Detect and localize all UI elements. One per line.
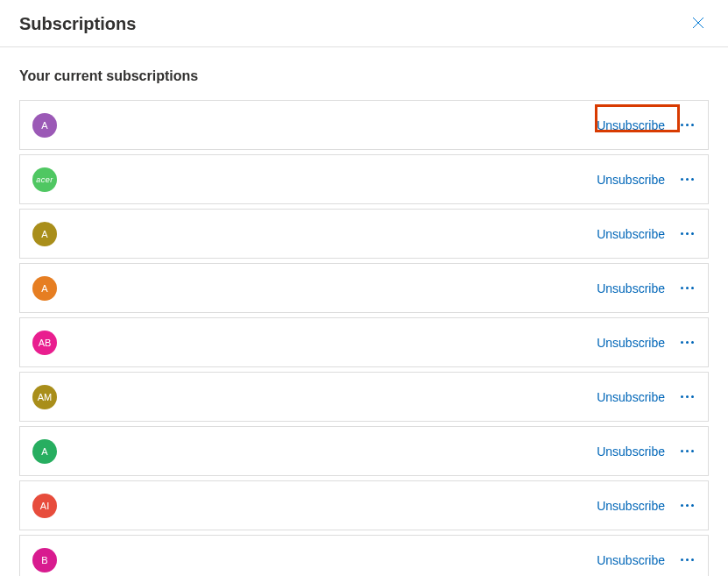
subscription-row: BUnsubscribe xyxy=(19,535,709,576)
more-options-icon[interactable] xyxy=(677,501,697,510)
more-options-icon[interactable] xyxy=(677,120,697,130)
subscription-row: AMUnsubscribe xyxy=(19,372,709,422)
avatar: A xyxy=(32,113,57,138)
panel-title: Subscriptions xyxy=(19,14,136,34)
more-options-icon[interactable] xyxy=(677,392,697,402)
subscription-row: ABUnsubscribe xyxy=(19,317,709,367)
panel-header: Subscriptions xyxy=(0,0,728,47)
avatar: AM xyxy=(32,385,57,409)
unsubscribe-link[interactable]: Unsubscribe xyxy=(597,444,665,459)
unsubscribe-link[interactable]: Unsubscribe xyxy=(597,173,665,187)
avatar: AB xyxy=(32,331,57,355)
subscription-row: AUnsubscribe xyxy=(19,209,709,259)
subscription-row: AIUnsubscribe xyxy=(19,480,709,530)
avatar: acer xyxy=(32,167,57,192)
section-title: Your current subscriptions xyxy=(19,68,709,84)
more-options-icon[interactable] xyxy=(677,338,697,347)
subscription-list: AUnsubscribeacerUnsubscribeAUnsubscribeA… xyxy=(19,100,709,576)
avatar: A xyxy=(32,276,57,301)
unsubscribe-link[interactable]: Unsubscribe xyxy=(597,227,665,241)
more-options-icon[interactable] xyxy=(677,555,697,565)
unsubscribe-link[interactable]: Unsubscribe xyxy=(597,553,665,567)
more-options-icon[interactable] xyxy=(677,283,697,293)
avatar: AI xyxy=(32,494,57,518)
subscription-row: AUnsubscribe xyxy=(19,263,709,313)
subscription-row: acerUnsubscribe xyxy=(19,154,709,204)
unsubscribe-link[interactable]: Unsubscribe xyxy=(597,118,665,132)
close-icon[interactable] xyxy=(688,12,709,36)
subscription-row: AUnsubscribe xyxy=(19,426,709,476)
subscription-row: AUnsubscribe xyxy=(19,100,709,150)
panel-content: Your current subscriptions AUnsubscribea… xyxy=(0,47,728,576)
more-options-icon[interactable] xyxy=(677,229,697,238)
avatar: B xyxy=(32,548,57,572)
avatar: A xyxy=(32,439,57,464)
unsubscribe-link[interactable]: Unsubscribe xyxy=(597,499,665,513)
unsubscribe-link[interactable]: Unsubscribe xyxy=(597,281,665,295)
avatar: A xyxy=(32,222,57,246)
more-options-icon[interactable] xyxy=(677,446,697,456)
unsubscribe-link[interactable]: Unsubscribe xyxy=(597,336,665,350)
more-options-icon[interactable] xyxy=(677,174,697,184)
unsubscribe-link[interactable]: Unsubscribe xyxy=(597,390,665,404)
